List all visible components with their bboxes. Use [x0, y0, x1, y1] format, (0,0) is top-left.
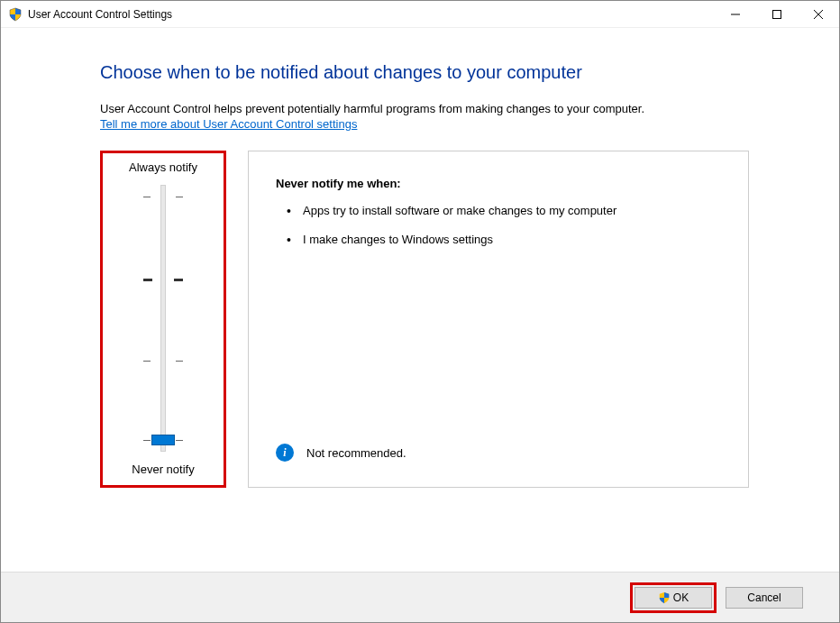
minimize-button[interactable] [715, 1, 756, 28]
description-text: User Account Control helps prevent poten… [100, 101, 749, 117]
notification-slider-area: Always notify Never notify [100, 151, 226, 488]
maximize-button[interactable] [756, 1, 798, 28]
info-panel: Never notify me when: Apps try to instal… [248, 151, 749, 488]
slider-thumb[interactable] [151, 435, 175, 445]
slider-label-bottom: Never notify [132, 463, 194, 476]
close-button[interactable] [798, 1, 839, 28]
titlebar: User Account Control Settings [1, 1, 839, 28]
window-title: User Account Control Settings [28, 8, 172, 21]
info-panel-title: Never notify me when: [276, 177, 721, 190]
footer: OK Cancel [1, 572, 839, 622]
learn-more-link[interactable]: Tell me more about User Account Control … [100, 117, 357, 131]
svg-rect-1 [773, 10, 781, 18]
page-heading: Choose when to be notified about changes… [100, 62, 749, 83]
ok-button-label: OK [673, 591, 689, 604]
recommendation-text: Not recommended. [306, 446, 406, 460]
cancel-button[interactable]: Cancel [726, 587, 803, 609]
info-bullet: I make changes to Windows settings [283, 232, 721, 248]
cancel-button-label: Cancel [747, 591, 781, 604]
notification-slider[interactable] [110, 185, 216, 452]
info-icon: i [276, 444, 294, 462]
slider-label-top: Always notify [129, 160, 197, 174]
content-area: Choose when to be notified about changes… [1, 28, 839, 506]
info-bullet: Apps try to install software or make cha… [283, 203, 721, 219]
ok-button[interactable]: OK [635, 587, 712, 609]
uac-shield-icon [8, 7, 23, 22]
